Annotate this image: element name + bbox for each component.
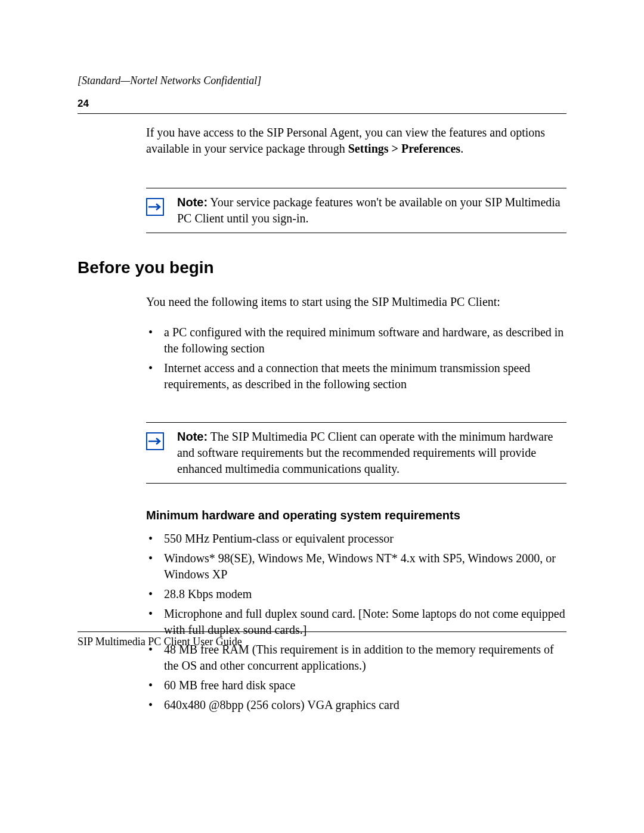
note-body: Your service package features won't be a…: [177, 196, 561, 225]
note-text-2: Note: The SIP Multimedia PC Client can o…: [177, 429, 566, 477]
list-item: 640x480 @8bpp (256 colors) VGA graphics …: [146, 697, 566, 713]
intro-bold: Settings > Preferences: [348, 142, 460, 155]
note-text-1: Note: Your service package features won'…: [177, 194, 566, 227]
section-heading: Before you begin: [78, 258, 566, 277]
items-list-2: 550 MHz Pentium-class or equivalent proc…: [146, 531, 566, 713]
note-label: Note:: [177, 430, 208, 443]
footer-text: SIP Multimedia PC Client User Guide: [78, 636, 566, 648]
arrow-right-icon: [146, 198, 164, 216]
page-number: 24: [78, 98, 566, 110]
section-intro: You need the following items to start us…: [146, 294, 566, 310]
list-item: Internet access and a connection that me…: [146, 360, 566, 392]
intro-text-after: .: [460, 142, 463, 155]
list-item: 28.8 Kbps modem: [146, 586, 566, 602]
footer-rule: [78, 631, 566, 632]
note-rule-bottom: [146, 483, 566, 484]
header-classification: [Standard—Nortel Networks Confidential]: [78, 75, 566, 87]
note-block-1: Note: Your service package features won'…: [146, 188, 566, 233]
list-item: a PC configured with the required minimu…: [146, 324, 566, 357]
items-list-1: a PC configured with the required minimu…: [146, 324, 566, 392]
list-item: 550 MHz Pentium-class or equivalent proc…: [146, 531, 566, 547]
note-rule-bottom: [146, 233, 566, 233]
note-body: The SIP Multimedia PC Client can operate…: [177, 430, 553, 475]
arrow-right-icon: [146, 432, 164, 450]
list-item: Windows* 98(SE), Windows Me, Windows NT*…: [146, 550, 566, 583]
note-block-2: Note: The SIP Multimedia PC Client can o…: [146, 422, 566, 484]
list-item: 60 MB free hard disk space: [146, 677, 566, 693]
intro-paragraph: If you have access to the SIP Personal A…: [146, 125, 566, 157]
intro-text-before: If you have access to the SIP Personal A…: [146, 126, 545, 155]
note-label: Note:: [177, 196, 208, 209]
footer: SIP Multimedia PC Client User Guide: [78, 631, 566, 648]
header-rule: [78, 113, 566, 114]
sub-heading: Minimum hardware and operating system re…: [146, 509, 566, 522]
